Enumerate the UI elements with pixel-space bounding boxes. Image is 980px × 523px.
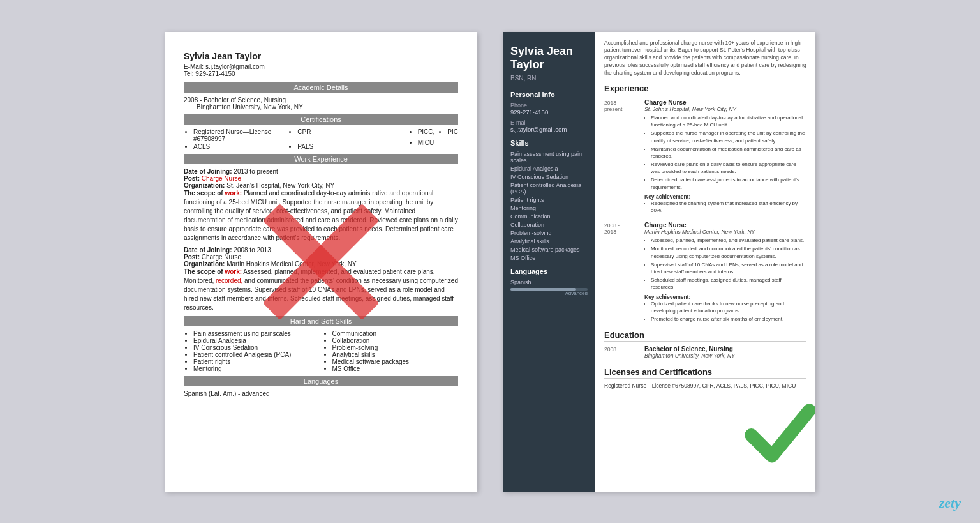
job2-bullets: Assessed, planned, implemented, and eval… — [651, 237, 806, 291]
cert-title: Licenses and Certifications — [604, 367, 806, 379]
sidebar: Sylvia Jean Taylor BSN, RN Personal Info… — [503, 32, 595, 492]
edu-year: 2008 — [604, 345, 639, 361]
phone-value: 929-271-4150 — [510, 109, 588, 116]
resume-right: Sylvia Jean Taylor BSN, RN Personal Info… — [503, 32, 815, 492]
right-name: Sylvia Jean Taylor — [510, 45, 588, 72]
personal-info-title: Personal Info — [510, 91, 588, 98]
lang-level: Advanced — [510, 291, 588, 296]
languages-title: Languages — [510, 268, 588, 275]
left-cert-list: Registered Nurse—License #67508997 CPR A… — [184, 128, 458, 150]
left-job1: Date of Joining: 2013 to present Post: C… — [184, 168, 458, 243]
phone-label: Phone — [510, 102, 588, 109]
email-value: s.j.taylor@gmail.com — [510, 126, 588, 133]
left-academic-header: Academic Details — [184, 82, 458, 93]
job2-detail: Charge Nurse Martin Hopkins Medical Cent… — [644, 222, 806, 324]
education-title: Education — [604, 330, 806, 342]
resume-left: Sylvia Jean Taylor E-Mail: s.j.taylor@gm… — [165, 32, 477, 492]
job1-entry: 2013 - present Charge Nurse St. John's H… — [604, 99, 806, 215]
main-content: Accomplished and professional charge nur… — [595, 32, 815, 492]
job2-title: Charge Nurse — [644, 222, 806, 229]
job1-title: Charge Nurse — [644, 99, 806, 106]
job1-date: 2013 - present — [604, 99, 639, 215]
language-spanish: Spanish Advanced — [510, 279, 588, 296]
email-label: E-mail — [510, 119, 588, 126]
left-lang-header: Languages — [184, 376, 458, 386]
left-skills-header: Hard and Soft Skills — [184, 316, 458, 326]
zety-logo: zety — [939, 495, 961, 512]
job1-detail: Charge Nurse St. John's Hospital, New Yo… — [644, 99, 806, 215]
left-work-header: Work Experience — [184, 154, 458, 164]
left-name: Sylvia Jean Taylor — [184, 51, 458, 61]
job1-company: St. John's Hospital, New York City, NY — [644, 106, 806, 112]
skills-list: Pain assessment using pain scales Epidur… — [510, 151, 588, 261]
job2-date: 2008 - 2013 — [604, 222, 639, 324]
edu-detail: Bachelor of Science, Nursing Binghamton … — [644, 345, 806, 361]
skills-title: Skills — [510, 139, 588, 147]
edu-school: Binghamton University, New York, NY — [644, 352, 806, 359]
experience-title: Experience — [604, 84, 806, 95]
cert-text: Registered Nurse—License #67508997, CPR,… — [604, 383, 806, 389]
job2-achievement-label: Key achievement: — [644, 294, 806, 300]
job2-company: Martin Hopkins Medical Center, New York,… — [644, 229, 806, 235]
edu-degree: Bachelor of Science, Nursing — [644, 345, 806, 352]
right-credentials: BSN, RN — [510, 75, 588, 82]
job1-bullets: Planned and coordinated day-to-day admin… — [651, 114, 806, 191]
left-job2: Date of Joining: 2008 to 2013 Post: Char… — [184, 246, 458, 312]
education-entry: 2008 Bachelor of Science, Nursing Bingha… — [604, 345, 806, 361]
left-skills-list: Pain assessment using painscales Epidura… — [193, 330, 458, 372]
job1-achievement-label: Key achievement: — [644, 193, 806, 200]
left-email: E-Mail: s.j.taylor@gmail.com Tel: 929-27… — [184, 63, 458, 77]
left-lang-entry: Spanish (Lat. Am.) - advanced — [184, 390, 458, 397]
left-cert-header: Certifications — [184, 114, 458, 125]
left-academic-entry: 2008 - Bachelor of Science, Nursing Bing… — [184, 96, 458, 110]
job2-entry: 2008 - 2013 Charge Nurse Martin Hopkins … — [604, 222, 806, 324]
summary: Accomplished and professional charge nur… — [604, 40, 806, 77]
